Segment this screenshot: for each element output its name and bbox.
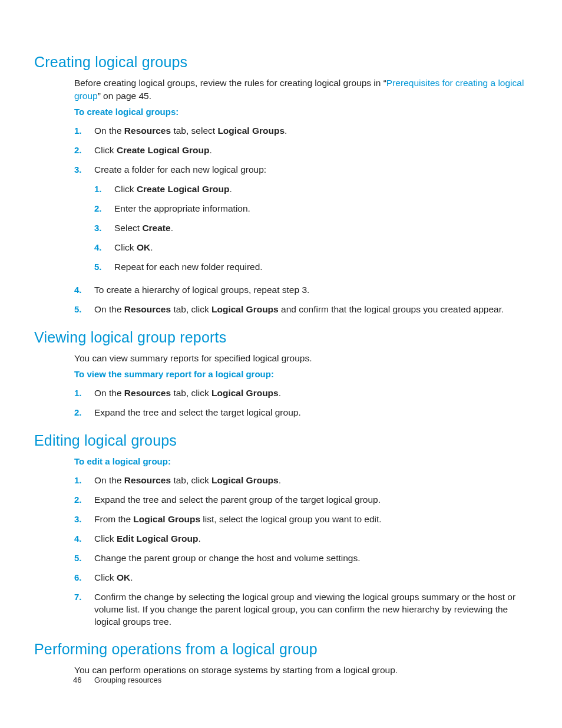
text: tab, click — [171, 475, 211, 485]
step-number: 3. — [94, 222, 102, 234]
text: On the — [94, 126, 124, 136]
step-item: 2. Expand the tree and select the target… — [74, 403, 528, 423]
step-number: 2. — [74, 407, 82, 419]
step-item: 2. Expand the tree and select the parent… — [74, 490, 528, 510]
step-number: 3. — [74, 164, 82, 176]
intro-paragraph: You can view summary reports for specifi… — [74, 352, 528, 365]
ui-term: Create — [142, 223, 170, 233]
step-number: 5. — [94, 261, 102, 273]
text: Repeat for each new folder required. — [114, 262, 263, 272]
ui-term: OK — [137, 242, 150, 252]
substep-item: 4. Click OK. — [94, 238, 528, 258]
text: To create a hierarchy of logical groups,… — [94, 285, 309, 295]
substep-list: 1. Click Create Logical Group. 2. Enter … — [94, 180, 528, 277]
text: tab, select — [171, 126, 217, 136]
text: Click — [94, 572, 117, 582]
step-item: 7. Confirm the change by selecting the l… — [74, 588, 528, 632]
text: . — [279, 475, 281, 485]
substep-item: 1. Click Create Logical Group. — [94, 180, 528, 199]
text: tab, click — [171, 388, 211, 398]
step-number: 4. — [74, 284, 82, 296]
step-number: 6. — [74, 572, 82, 584]
step-item: 4. To create a hierarchy of logical grou… — [74, 281, 528, 300]
ui-term: Logical Groups — [133, 514, 200, 524]
instruction-heading: To view the summary report for a logical… — [74, 368, 528, 380]
step-item: 2. Click Create Logical Group. — [74, 141, 528, 160]
intro-paragraph: You can perform operations on storage sy… — [74, 664, 528, 677]
text: . — [279, 388, 281, 398]
step-number: 3. — [74, 513, 82, 525]
step-item: 6. Click OK. — [74, 568, 528, 588]
ui-term: Logical Groups — [217, 126, 285, 136]
chapter-title: Grouping resources — [94, 676, 161, 684]
text: Before creating logical groups, review t… — [74, 78, 386, 88]
ui-term: OK — [117, 572, 130, 582]
text: . — [199, 533, 201, 543]
ui-term: Resources — [124, 388, 171, 398]
ui-term: Logical Groups — [211, 388, 279, 398]
step-item: 1. On the Resources tab, select Logical … — [74, 121, 528, 141]
step-list: 1. On the Resources tab, click Logical G… — [74, 471, 528, 631]
text: . — [130, 572, 133, 582]
text: and confirm that the logical groups you … — [279, 304, 504, 314]
intro-paragraph: Before creating logical groups, review t… — [74, 77, 528, 102]
step-item: 5. On the Resources tab, click Logical G… — [74, 300, 528, 319]
heading-viewing-logical-group-reports: Viewing logical group reports — [34, 329, 528, 346]
step-list: 1. On the Resources tab, select Logical … — [74, 121, 528, 319]
step-item: 1. On the Resources tab, click Logical G… — [74, 471, 528, 490]
instruction-heading: To create logical groups: — [74, 106, 528, 118]
text: Click — [94, 533, 117, 543]
text: On the — [94, 475, 124, 485]
text: . — [210, 145, 212, 155]
step-number: 2. — [94, 203, 102, 215]
step-number: 4. — [74, 533, 82, 545]
ui-term: Create Logical Group — [137, 184, 230, 194]
substep-item: 2. Enter the appropriate information. — [94, 199, 528, 219]
text: Click — [114, 242, 137, 252]
heading-creating-logical-groups: Creating logical groups — [34, 54, 528, 71]
text: Click — [94, 145, 117, 155]
step-number: 2. — [74, 144, 82, 156]
text: Click — [114, 184, 137, 194]
ui-term: Logical Groups — [211, 304, 279, 314]
text: Expand the tree and select the parent gr… — [94, 495, 381, 505]
step-number: 5. — [74, 552, 82, 564]
text: . — [230, 184, 232, 194]
text: Enter the appropriate information. — [114, 203, 250, 213]
step-number: 1. — [74, 475, 82, 486]
step-item: 3. From the Logical Groups list, select … — [74, 510, 528, 529]
text: ” on page 45. — [98, 91, 151, 101]
text: On the — [94, 388, 124, 398]
page-number: 46 — [73, 676, 81, 684]
step-number: 2. — [74, 494, 82, 506]
text: . — [171, 223, 173, 233]
substep-item: 3. Select Create. — [94, 219, 528, 238]
text: Expand the tree and select the target lo… — [94, 407, 301, 417]
step-number: 4. — [94, 242, 102, 253]
heading-performing-operations: Performing operations from a logical gro… — [34, 641, 528, 658]
step-item: 5. Change the parent group or change the… — [74, 549, 528, 568]
ui-term: Resources — [124, 126, 171, 136]
step-item: 4. Click Edit Logical Group. — [74, 529, 528, 549]
ui-term: Resources — [124, 475, 171, 485]
step-item: 3. Create a folder for each new logical … — [74, 160, 528, 281]
text: . — [285, 126, 287, 136]
step-number: 5. — [74, 304, 82, 315]
text: list, select the logical group you want … — [200, 514, 382, 524]
substep-item: 5. Repeat for each new folder required. — [94, 258, 528, 277]
document-page: Creating logical groups Before creating … — [0, 0, 562, 728]
text: Change the parent group or change the ho… — [94, 553, 361, 563]
step-number: 1. — [94, 183, 102, 195]
text: On the — [94, 304, 124, 314]
page-footer: 46 Grouping resources — [73, 676, 161, 684]
text: . — [150, 242, 153, 252]
text: Create a folder for each new logical gro… — [94, 164, 266, 174]
text: From the — [94, 514, 133, 524]
ui-term: Resources — [124, 304, 171, 314]
text: Confirm the change by selecting the logi… — [94, 592, 515, 627]
section-body: You can view summary reports for specifi… — [74, 352, 528, 423]
ui-term: Edit Logical Group — [117, 533, 199, 543]
text: tab, click — [171, 304, 211, 314]
step-list: 1. On the Resources tab, click Logical G… — [74, 384, 528, 423]
section-body: Before creating logical groups, review t… — [74, 77, 528, 319]
